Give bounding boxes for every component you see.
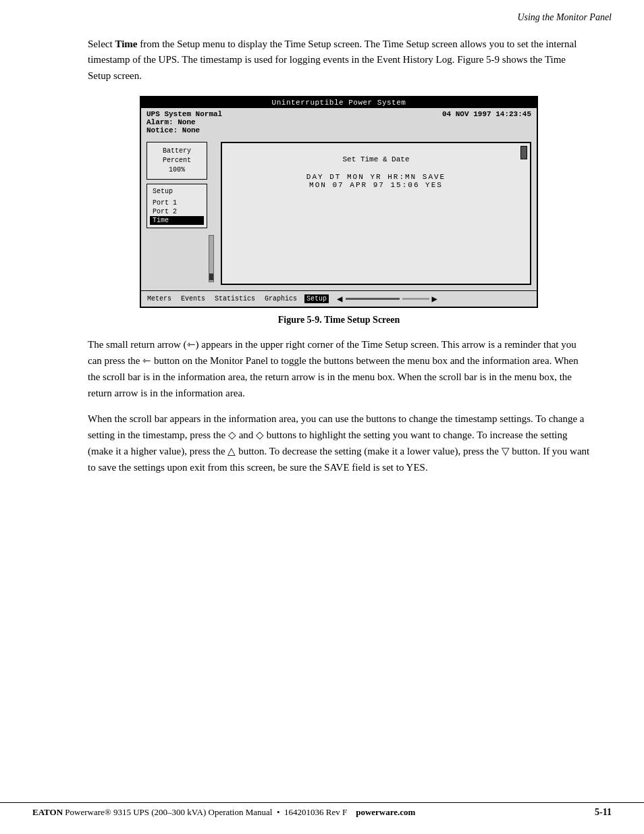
figure-caption: Figure 5-9. Time Setup Screen [88,315,590,325]
ups-title-bar: Uninterruptible Power System [141,97,537,108]
arrow-left-icon: ◀ [337,293,342,305]
main-content: Select Time from the Setup menu to displ… [0,30,644,505]
bottom-meters: Meters [145,294,173,303]
right-scrollbar [520,146,527,159]
arrow-line [346,298,400,300]
intro-before-bold: Select [88,38,115,49]
bottom-statistics: Statistics [213,294,257,303]
arrow-line2 [402,298,429,300]
ups-status-bar: UPS System Normal Alarm: None Notice: No… [141,108,537,136]
status-line2: Alarm: None [146,118,222,126]
ups-left-panel: Battery Percent 100% Setup Port 1 Port 2… [146,142,207,285]
ups-time-table: DAY DT MON YR HR:MN SAVE MON 07 APR 97 1… [229,173,523,189]
battery-label2: Percent [150,156,204,165]
ups-menu-box: Setup Port 1 Port 2 Time [146,184,207,228]
ups-battery-box: Battery Percent 100% [146,142,207,180]
arrow-right-icon: ▶ [432,293,437,305]
left-scrollbar [209,235,214,282]
intro-paragraph: Select Time from the Setup menu to displ… [88,36,590,84]
footer-brand: EATON [32,807,63,817]
page-header: Using the Monitor Panel [0,0,644,30]
battery-label: Battery [150,147,204,156]
time-value-row: MON 07 APR 97 15:06 YES [229,181,523,189]
bottom-setup: Setup [304,294,329,303]
status-line3: Notice: None [146,126,222,134]
set-time-title: Set Time & Date [229,155,523,163]
left-scrollbar-thumb [209,273,213,280]
ups-main-area: Battery Percent 100% Setup Port 1 Port 2… [141,136,537,285]
menu-time: Time [150,216,204,225]
time-header-row: DAY DT MON YR HR:MN SAVE [229,173,523,181]
page-footer: EATON Powerware® 9315 UPS (200–300 kVA) … [0,802,644,818]
intro-bold: Time [115,38,137,49]
ups-status-left: UPS System Normal Alarm: None Notice: No… [146,110,222,134]
ups-arrow-area: ◀ ▶ [337,293,437,305]
bottom-events: Events [179,294,207,303]
figure-container: Uninterruptible Power System UPS System … [88,96,590,308]
body-paragraph1: The small return arrow (⇽) appears in th… [88,336,590,401]
menu-port2: Port 2 [150,207,204,216]
ups-status-right: 04 NOV 1997 14:23:45 [442,110,531,134]
intro-after-bold: from the Setup menu to display the Time … [88,38,576,81]
bottom-graphics: Graphics [263,294,299,303]
footer-page-number: 5-11 [595,807,612,818]
status-line1: UPS System Normal [146,110,222,118]
footer-website: powerware.com [356,807,415,817]
ups-bottom-bar: Meters Events Statistics Graphics Setup … [141,290,537,307]
ups-screen: Uninterruptible Power System UPS System … [140,96,538,308]
footer-left: EATON Powerware® 9315 UPS (200–300 kVA) … [32,807,415,818]
header-title: Using the Monitor Panel [517,12,612,22]
body-paragraph2: When the scroll bar appears in the infor… [88,411,590,475]
footer-product-info: Powerware® 9315 UPS (200–300 kVA) Operat… [65,807,354,817]
ups-right-panel: Set Time & Date DAY DT MON YR HR:MN SAVE… [221,142,531,285]
ups-left-wrapper: Battery Percent 100% Setup Port 1 Port 2… [146,142,215,285]
menu-title: Setup [150,187,204,196]
battery-value: 100% [150,165,204,175]
menu-port1: Port 1 [150,199,204,207]
